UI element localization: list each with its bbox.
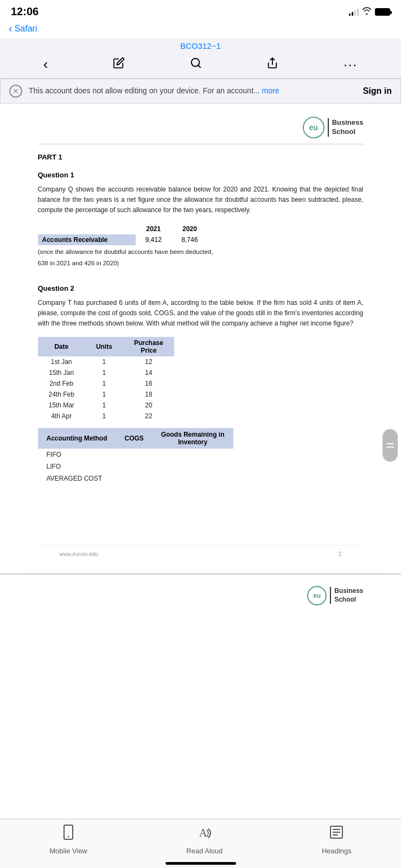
document-container: eu Business School PART 1 Question 1 Com… [0, 104, 401, 614]
mobile-icon [61, 825, 75, 844]
home-indicator [166, 862, 236, 865]
browser-more-button[interactable]: ··· [341, 55, 360, 74]
table-row: FIFO [38, 449, 233, 461]
safari-back-button[interactable]: ‹ Safari [9, 22, 37, 35]
eu-logo-small: eu Business School [38, 586, 364, 605]
ar-row-2021: 9,412 [136, 234, 172, 245]
scroll-handle[interactable] [383, 429, 398, 462]
browser-edit-button[interactable] [111, 55, 127, 74]
purchase-header-units: Units [85, 337, 123, 356]
question-1-label: Question 1 [38, 171, 364, 179]
svg-text:A: A [199, 827, 207, 839]
page-divider [38, 144, 364, 144]
purchase-header-date: Date [38, 337, 85, 356]
signal-icon [349, 8, 359, 16]
table-row: 2nd Feb116 [38, 378, 174, 389]
browser-share-button[interactable] [264, 55, 281, 74]
status-time: 12:06 [11, 5, 39, 18]
ar-header-2021: 2021 [136, 224, 172, 234]
headings-button[interactable]: Headings [322, 825, 352, 855]
battery-icon [375, 8, 390, 16]
browser-search-button[interactable] [188, 55, 204, 74]
read-aloud-label: Read Aloud [186, 847, 222, 855]
method-header-cogs: COGS [116, 428, 152, 449]
table-row: 15th Jan114 [38, 367, 174, 378]
accounts-receivable-table: 2021 2020 Accounts Receivable 9,412 8,74… [38, 224, 364, 269]
question-2-label: Question 2 [38, 284, 364, 292]
footer-page: 2 [339, 551, 342, 557]
browser-title: BCO312~1 [0, 40, 401, 54]
method-header-method: Accounting Method [38, 428, 116, 449]
method-header-goods: Goods Remaining inInventory [152, 428, 233, 449]
question-2-text: Company T has purchased 6 units of item … [38, 298, 364, 329]
part-label: PART 1 [38, 153, 364, 161]
allowance-note-1: (once the allowance for doubtful account… [38, 247, 364, 257]
table-row: 24th Feb118 [38, 389, 174, 400]
read-aloud-icon: A [197, 825, 212, 844]
table-row: 4th Apr122 [38, 411, 174, 422]
notification-text: This account does not allow editing on y… [29, 86, 357, 97]
status-icons [349, 7, 390, 17]
wifi-icon [362, 7, 372, 17]
notification-more-link[interactable]: more [262, 86, 279, 95]
ar-row-2020: 8,746 [171, 234, 208, 245]
mobile-view-button[interactable]: Mobile View [49, 825, 87, 855]
read-aloud-button[interactable]: A Read Aloud [186, 825, 222, 855]
toolbar-items: Mobile View A Read Aloud [0, 825, 401, 855]
ar-header-2020: 2020 [171, 224, 208, 234]
svg-line-1 [198, 65, 200, 67]
eu-logo-circle: eu [303, 117, 324, 138]
table-row: AVERAGED COST [38, 473, 233, 484]
purchase-table: Date Units PurchasePrice 1st Jan11215th … [38, 337, 364, 422]
scroll-handle-lines [386, 443, 394, 448]
bottom-toolbar: Mobile View A Read Aloud [0, 819, 401, 868]
ar-row-label: Accounts Receivable [38, 234, 136, 245]
table-row: 15th Mar120 [38, 400, 174, 411]
eu-logo: eu Business School [38, 117, 364, 138]
notification-banner: ✕ This account does not allow editing on… [0, 79, 401, 104]
mobile-view-label: Mobile View [49, 847, 87, 855]
second-page-preview: eu Business School [16, 575, 385, 614]
browser-toolbar: BCO312~1 ‹ ··· [0, 38, 401, 79]
notification-close-button[interactable]: ✕ [9, 85, 22, 98]
status-bar: 12:06 [0, 0, 401, 20]
browser-actions: ‹ ··· [0, 54, 401, 75]
browser-back-button[interactable]: ‹ [41, 54, 50, 75]
eu-logo-text: Business School [328, 118, 364, 137]
eu-logo-small-text: Business School [330, 587, 363, 604]
page-footer: www.euruni.edu 2 [38, 545, 364, 563]
table-row: Accounts Receivable 9,412 8,746 [38, 234, 208, 245]
page-content: eu Business School PART 1 Question 1 Com… [16, 104, 385, 573]
eu-logo-small-circle: eu [307, 586, 327, 605]
purchase-header-price: PurchasePrice [123, 337, 174, 356]
footer-url: www.euruni.edu [60, 551, 98, 557]
headings-icon [329, 825, 344, 844]
safari-bar: ‹ Safari [0, 20, 401, 38]
back-chevron-icon: ‹ [9, 22, 12, 35]
allowance-note-2: 638 in 2021 and 426 in 2020) [38, 259, 364, 268]
table-row: LIFO [38, 461, 233, 473]
notification-signin-button[interactable]: Sign in [363, 86, 392, 96]
method-table: Accounting Method COGS Goods Remaining i… [38, 428, 364, 484]
headings-label: Headings [322, 847, 352, 855]
table-row: 1st Jan112 [38, 356, 174, 367]
question-1-text: Company Q shows the accounts receivable … [38, 184, 364, 216]
safari-back-label: Safari [15, 24, 37, 34]
